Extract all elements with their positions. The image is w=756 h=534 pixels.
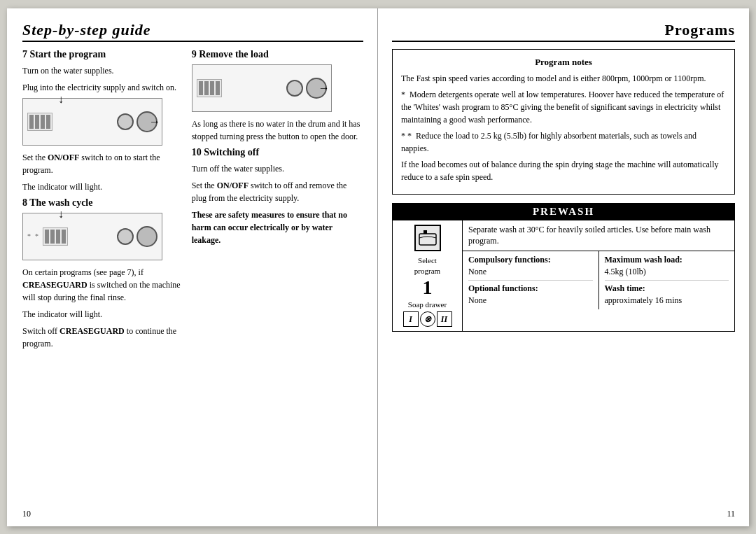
section10-step3: These are safety measures to ensure that… — [192, 209, 363, 246]
section9-title: 9 Remove the load — [192, 49, 363, 60]
section10-step1: Turn off the water supplies. — [192, 162, 363, 175]
washer-diagram-2: ↓ * * — [22, 213, 162, 260]
bar5 — [45, 230, 49, 244]
section8-title: 8 The wash cycle — [22, 197, 181, 209]
section7-after2: The indicator will light. — [22, 181, 181, 193]
prewash-wash-icon — [414, 225, 441, 251]
arrow-right-icon-2: → — [318, 82, 330, 94]
compulsory-val: None — [468, 267, 593, 277]
drawer-icon-I: I — [403, 311, 419, 327]
section10-title: 10 Switching off — [192, 147, 363, 158]
program-notes-title: Program notes — [401, 57, 726, 68]
prewash-left-col: Selectprogram 1 Soap drawer I ⊗ II — [393, 220, 463, 332]
section8-text1: On certain programs (see page 7), if CRE… — [22, 266, 181, 304]
washer-knob-small-2 — [117, 228, 134, 245]
bar7 — [56, 230, 60, 244]
compulsory-title: Compulsory functions: — [468, 255, 593, 265]
prewash-right-col: Separate wash at 30°C for heavily soiled… — [463, 220, 734, 332]
drawer-icon-circle: ⊗ — [420, 311, 435, 327]
program-notes-p1: The Fast spin speed varies according to … — [401, 72, 726, 85]
prewash-maxload-col: Maximum wash load: 4.5kg (10lb) Wash tim… — [599, 251, 735, 309]
bar6 — [50, 230, 55, 244]
prewash-program-num: 1 — [423, 278, 433, 297]
prewash-soap-label: Soap drawer — [408, 300, 447, 309]
bar2 — [35, 115, 39, 129]
washer-panel-1 — [27, 111, 158, 132]
prewash-drawer-icons: I ⊗ II — [403, 311, 452, 327]
prewash-box: PREWASH Selectprogram 1 Soap drawer — [392, 203, 735, 332]
washer-diagram-3: → — [192, 64, 332, 112]
arrow-down-icon: ↓ — [58, 93, 64, 106]
section8-text2: The indicator will light. — [22, 308, 181, 321]
washer-display-1 — [27, 113, 52, 131]
left-page-header: Step-by-step guide — [22, 21, 363, 42]
optional-title: Optional functions: — [468, 283, 593, 294]
prewash-compulsory-col: Compulsory functions: None Optional func… — [463, 251, 599, 309]
right-page: Programs Program notes The Fast spin spe… — [378, 8, 749, 526]
section7-step1: Turn on the water supplies. — [22, 64, 181, 77]
prewash-cols: Compulsory functions: None Optional func… — [463, 251, 734, 309]
wash-time-val: approximately 16 mins — [605, 295, 729, 306]
page-num-left: 10 — [22, 509, 31, 519]
svg-rect-0 — [419, 234, 436, 245]
washer-diagram-1: ↓ → — [22, 98, 162, 146]
left-page: Step-by-step guide 7 Start the program T… — [7, 8, 378, 526]
section7-after1: Set the ON/OFF switch to on to start the… — [22, 151, 181, 176]
left-title: Step-by-step guide — [22, 21, 363, 39]
section7-step2: Plug into the electricity supply and swi… — [22, 81, 181, 94]
wash-time-title: Wash time: — [605, 283, 729, 294]
washer-panel-2: * * — [27, 226, 158, 247]
washer-display-2 — [43, 227, 68, 246]
program-notes-p3: * * Reduce the load to 2.5 kg (5.5lb) fo… — [401, 129, 726, 155]
program-notes-box: Program notes The Fast spin speed varies… — [392, 49, 735, 195]
bar12 — [216, 81, 220, 95]
bar4 — [46, 115, 50, 129]
arrow-right-icon: → — [149, 115, 160, 128]
bar3 — [41, 115, 45, 129]
wash-tub-svg — [418, 228, 438, 248]
program-notes-p2: * Modern detergents operate well at low … — [401, 88, 726, 126]
arrow-down-icon-2: ↓ — [58, 208, 64, 220]
max-load-val: 4.5kg (10lb) — [605, 267, 729, 277]
right-title: Programs — [392, 21, 735, 39]
bar11 — [210, 81, 214, 95]
svg-rect-1 — [424, 230, 427, 234]
bar1 — [29, 115, 34, 129]
bar10 — [204, 81, 209, 95]
optional-val: None — [468, 295, 593, 306]
washer-knob-small — [117, 113, 134, 130]
washer-knob-small-3 — [286, 80, 303, 97]
section7-title: 7 Start the program — [22, 49, 181, 60]
prewash-select-label: Selectprogram — [414, 255, 440, 277]
program-notes-p4: If the load becomes out of balance durin… — [401, 158, 726, 183]
bar8 — [62, 230, 66, 244]
drawer-icon-II: II — [437, 311, 452, 327]
max-load-title: Maximum wash load: — [605, 255, 729, 265]
section9-text1: As long as there is no water in the drum… — [192, 118, 363, 143]
prewash-optional-section: Optional functions: None — [468, 280, 593, 306]
prewash-body: Selectprogram 1 Soap drawer I ⊗ II Separ… — [393, 220, 734, 332]
washer-panel-3 — [197, 78, 327, 99]
section8-text3: Switch off CREASEGUARD to continue the p… — [22, 325, 181, 350]
page-num-right: 11 — [727, 509, 735, 519]
washer-display-3 — [197, 79, 222, 97]
section10-step2: Set the ON/OFF switch to off and remove … — [192, 179, 363, 204]
washer-knob-large-2 — [136, 226, 158, 247]
prewash-header: PREWASH — [393, 204, 734, 220]
bar9 — [199, 81, 203, 95]
prewash-washtime-section: Wash time: approximately 16 mins — [605, 280, 729, 306]
right-page-header: Programs — [392, 21, 735, 42]
prewash-desc: Separate wash at 30°C for heavily soiled… — [463, 220, 734, 252]
